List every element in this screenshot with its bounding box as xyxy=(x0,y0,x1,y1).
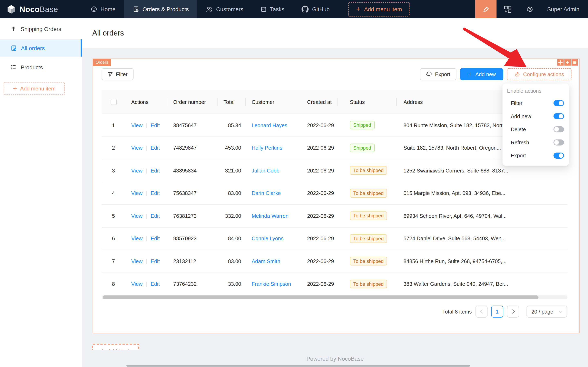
created-at-cell: 2022-06-29 xyxy=(301,250,338,272)
plugin-blocks-icon[interactable] xyxy=(504,5,512,13)
plus-icon xyxy=(468,72,472,76)
customer-link[interactable]: Holly Perkins xyxy=(252,145,282,151)
address-cell: 69934 Schoen River, Apt. 646, 49704, Wal… xyxy=(397,205,567,227)
plus-icon xyxy=(13,86,17,91)
enable-action-item[interactable]: Filter xyxy=(503,96,569,109)
ui-editor-button[interactable] xyxy=(475,0,496,18)
enable-action-item[interactable]: Export xyxy=(503,149,569,162)
edit-link[interactable]: Edit xyxy=(151,122,160,128)
enable-action-item[interactable]: Add new xyxy=(503,109,569,123)
customer-cell: Julian Cobb xyxy=(246,159,301,182)
navbar-add-menu-item-button[interactable]: Add menu item xyxy=(348,2,409,16)
customer-link[interactable]: Melinda Warren xyxy=(252,213,288,219)
sidebar-item-products[interactable]: Products xyxy=(0,58,82,76)
customer-link[interactable]: Adam Smith xyxy=(252,258,280,264)
status-cell: To be shipped xyxy=(338,182,397,204)
chevron-right-icon xyxy=(510,309,515,314)
row-actions: View | Edit xyxy=(125,137,167,159)
column-header-customer[interactable]: Customer xyxy=(246,91,301,114)
select-all-checkbox[interactable] xyxy=(110,99,116,105)
enable-action-item[interactable]: Delete xyxy=(503,123,569,136)
orders-document-icon xyxy=(10,45,17,51)
user-menu[interactable]: Super Admin xyxy=(547,6,580,12)
edit-link[interactable]: Edit xyxy=(151,235,160,242)
add-block-plus-icon[interactable] xyxy=(564,59,571,66)
status-cell: To be shipped xyxy=(338,205,397,227)
link-divider: | xyxy=(146,190,147,196)
view-link[interactable]: View xyxy=(131,167,143,174)
customer-link[interactable]: Julian Cobb xyxy=(252,167,279,174)
column-header-actions[interactable]: Actions xyxy=(125,91,167,114)
status-cell: To be shipped xyxy=(338,250,397,272)
customer-cell: Holly Perkins xyxy=(246,137,301,159)
row-index: 3 xyxy=(102,159,125,182)
sidebar: Shipping Orders All orders xyxy=(0,18,82,367)
nav-item-orders-products[interactable]: Orders & Products xyxy=(124,0,197,18)
view-link[interactable]: View xyxy=(131,235,143,242)
link-divider: | xyxy=(146,122,147,128)
add-new-button[interactable]: Add new xyxy=(460,68,503,80)
customer-link[interactable]: Leonard Hayes xyxy=(252,122,287,128)
order-number-cell: 73764232 xyxy=(167,273,218,295)
status-badge: Shipped xyxy=(350,121,375,129)
customer-cell: Darin Clarke xyxy=(246,182,301,204)
toggle-switch[interactable] xyxy=(554,126,564,132)
sidebar-item-shipping-orders[interactable]: Shipping Orders xyxy=(0,20,82,37)
column-header-order-number[interactable]: Order number xyxy=(167,91,218,114)
nav-item-home[interactable]: Home xyxy=(82,0,124,18)
toggle-switch[interactable] xyxy=(554,100,564,106)
edit-link[interactable]: Edit xyxy=(151,145,160,151)
configure-actions-button[interactable]: Configure actions xyxy=(507,68,571,80)
customer-link[interactable]: Darin Clarke xyxy=(252,190,281,196)
created-at-cell: 2022-06-29 xyxy=(301,182,338,204)
status-badge: To be shipped xyxy=(350,166,387,175)
filter-button[interactable]: Filter xyxy=(102,68,134,80)
view-link[interactable]: View xyxy=(131,145,143,151)
row-actions: View | Edit xyxy=(125,182,167,204)
page-scrollbar-thumb[interactable] xyxy=(126,365,470,367)
customer-cell: Melinda Warren xyxy=(246,205,301,227)
view-link[interactable]: View xyxy=(131,190,143,196)
edit-link[interactable]: Edit xyxy=(151,167,160,174)
pagination-prev-button[interactable] xyxy=(476,306,487,317)
table-row: 1 View | Edit 38475647 85.34 Leonard Hay… xyxy=(102,114,567,137)
toggle-switch[interactable] xyxy=(554,152,564,158)
view-link[interactable]: View xyxy=(131,258,143,264)
export-button[interactable]: Export xyxy=(420,68,456,80)
toggle-switch[interactable] xyxy=(554,139,564,145)
add-block-button[interactable]: Add block xyxy=(92,344,139,350)
block-menu-icon[interactable] xyxy=(571,59,578,66)
sidebar-item-all-orders[interactable]: All orders xyxy=(0,39,82,57)
toggle-switch[interactable] xyxy=(554,113,564,119)
pagination-page-1[interactable]: 1 xyxy=(491,306,503,317)
page-size-select[interactable]: 20 / page xyxy=(527,306,567,317)
order-number-cell: 43895834 xyxy=(167,159,218,182)
column-header-total[interactable]: Total xyxy=(218,91,246,114)
edit-link[interactable]: Edit xyxy=(151,258,160,264)
select-all-cell xyxy=(102,91,125,114)
nav-item-customers[interactable]: Customers xyxy=(197,0,252,18)
column-header-created-at[interactable]: Created at xyxy=(301,91,338,114)
row-actions: View | Edit xyxy=(125,273,167,295)
table-scrollbar-thumb[interactable] xyxy=(103,295,538,299)
edit-link[interactable]: Edit xyxy=(151,190,160,196)
view-link[interactable]: View xyxy=(131,122,143,128)
customers-icon xyxy=(206,6,213,12)
customer-link[interactable]: Frankie Simpson xyxy=(252,281,291,287)
nocobase-logo[interactable]: NocoBase xyxy=(0,0,82,18)
customer-link[interactable]: Connie Lyons xyxy=(252,235,283,242)
view-link[interactable]: View xyxy=(131,281,143,287)
edit-link[interactable]: Edit xyxy=(151,213,160,219)
pagination-next-button[interactable] xyxy=(507,306,519,317)
enable-action-item[interactable]: Refresh xyxy=(503,136,569,149)
sidebar-add-menu-item-button[interactable]: Add menu item xyxy=(4,82,65,95)
edit-link[interactable]: Edit xyxy=(151,281,160,287)
column-header-status[interactable]: Status xyxy=(338,91,397,114)
view-link[interactable]: View xyxy=(131,213,143,219)
nav-item-github[interactable]: GitHub xyxy=(293,0,338,18)
drag-move-icon[interactable] xyxy=(557,59,563,66)
nav-item-tasks[interactable]: Tasks xyxy=(252,0,293,18)
address-cell: 84856 Hirthe Run, Suite 268, 94754-6705,… xyxy=(397,250,567,272)
settings-gear-icon[interactable] xyxy=(527,6,533,12)
logo-text: NocoBase xyxy=(20,5,58,14)
